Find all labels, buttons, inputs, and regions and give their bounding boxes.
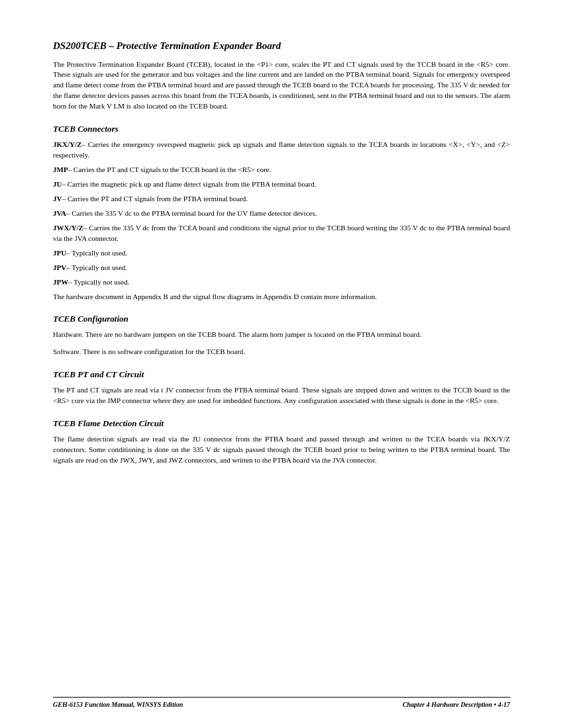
connector-jpu: JPU– Typically not used. [53, 248, 510, 259]
connector-jpw-label: JPW [53, 278, 68, 286]
footer-left: GEH-6153 Function Manual, WINSYS Edition [53, 701, 183, 708]
connector-jwxyz: JWX/Y/Z– Carries the 335 V dc from the T… [53, 223, 510, 244]
connector-jv: JV– Carries the PT and CT signals from t… [53, 194, 510, 205]
flame-paragraph: The flame detection signals are read via… [53, 434, 510, 466]
page: DS200TCEB – Protective Termination Expan… [0, 0, 563, 728]
connector-ju-text: – Carries the magnetic pick up and flame… [62, 180, 316, 188]
connector-jpu-text: – Typically not used. [66, 249, 127, 257]
footer-right: Chapter 4 Hardware Description • 4-17 [403, 701, 510, 708]
connector-jva-label: JVA [53, 209, 66, 217]
configuration-hardware: Hardware. There are no hardware jumpers … [53, 330, 510, 340]
connectors-closing-text: The hardware document in Appendix B and … [53, 292, 510, 302]
page-footer: GEH-6153 Function Manual, WINSYS Edition… [53, 697, 510, 708]
connector-jwxyz-text: – Carries the 335 V dc from the TCEA boa… [53, 224, 510, 242]
connector-jkxyz: JKX/Y/Z– Carries the emergency overspeed… [53, 140, 510, 161]
connector-jv-text: – Carries the PT and CT signals from the… [62, 195, 248, 203]
connector-jpu-label: JPU [53, 249, 66, 257]
connector-jwxyz-label: JWX/Y/Z [53, 224, 83, 232]
configuration-software: Software. There is no software configura… [53, 347, 510, 357]
connector-jva-text: – Carries the 335 V dc to the PTBA termi… [66, 209, 317, 217]
connector-jmp-text: – Carries the PT and CT signals to the T… [68, 165, 272, 173]
intro-paragraph: The Protective Termination Expander Boar… [53, 60, 510, 113]
connector-jkxyz-label: JKX/Y/Z [53, 140, 81, 148]
section-title-connectors: TCEB Connectors [53, 124, 510, 134]
connector-jkxyz-text: – Carries the emergency overspeed magnet… [53, 140, 510, 159]
connector-jpv: JPV– Typically not used. [53, 263, 510, 273]
section-title-ptct: TCEB PT and CT Circuit [53, 369, 510, 380]
connector-jpw-text: – Typically not used. [68, 278, 129, 286]
connector-jva: JVA– Carries the 335 V dc to the PTBA te… [53, 208, 510, 219]
page-main-title: DS200TCEB – Protective Termination Expan… [53, 40, 510, 53]
section-title-configuration: TCEB Configuration [53, 314, 510, 324]
connector-jmp-label: JMP [53, 165, 68, 173]
connector-jv-label: JV [53, 195, 62, 203]
ptct-paragraph: The PT and CT signals are read via t JV … [53, 385, 510, 406]
connector-jmp: JMP– Carries the PT and CT signals to th… [53, 165, 510, 175]
connector-ju-label: JU [53, 180, 62, 188]
connector-jpv-text: – Typically not used. [66, 263, 127, 271]
connector-ju: JU– Carries the magnetic pick up and fla… [53, 179, 510, 190]
connector-jpv-label: JPV [53, 263, 66, 271]
section-title-flame: TCEB Flame Detection Circuit [53, 418, 510, 429]
connector-jpw: JPW– Typically not used. [53, 277, 510, 288]
